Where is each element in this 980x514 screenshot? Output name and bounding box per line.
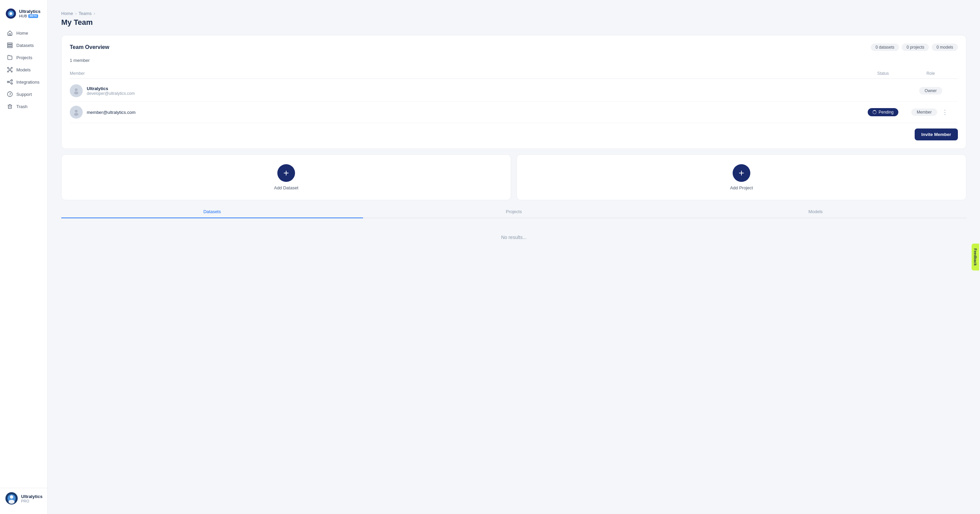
avatar [5, 492, 18, 504]
stat-projects: 0 projects [902, 43, 929, 51]
home-icon [7, 30, 13, 36]
svg-point-10 [8, 71, 9, 72]
svg-point-9 [11, 67, 13, 69]
add-project-card[interactable]: + Add Project [517, 154, 966, 200]
content-tabs: Datasets Projects Models [61, 206, 966, 218]
sidebar-item-projects-label: Projects [16, 55, 32, 60]
sidebar-item-models-label: Models [16, 67, 30, 72]
models-icon [7, 67, 13, 73]
svg-rect-23 [8, 105, 11, 108]
members-table-header: Member Status Role [70, 68, 958, 79]
member-avatar [70, 106, 83, 119]
member-count: 1 member [70, 58, 958, 63]
breadcrumb: Home › Teams › [61, 11, 966, 16]
logo: Ultralytics HUB BETA [0, 5, 47, 27]
col-role-label: Role [904, 71, 958, 76]
sidebar-item-models[interactable]: Models [3, 64, 45, 76]
role-badge-member: Member [911, 108, 937, 116]
nav-menu: Home Datasets Projects [0, 27, 47, 488]
integrations-icon [7, 79, 13, 85]
member-more-button[interactable]: ⋮ [940, 108, 950, 117]
datasets-icon [7, 42, 13, 48]
add-cards-row: + Add Dataset + Add Project [61, 154, 966, 200]
member-email: developer@ultralytics.com [87, 91, 135, 96]
member-name: Ultralytics [87, 86, 135, 91]
svg-line-20 [9, 82, 11, 83]
trash-icon [7, 103, 13, 109]
member-avatar [70, 84, 83, 97]
beta-badge: BETA [28, 14, 38, 18]
team-overview-card: Team Overview 0 datasets 0 projects 0 mo… [61, 35, 966, 149]
table-row: member@ultralytics.com Pending Member ⋮ [70, 102, 958, 123]
user-plan: PRO [21, 499, 43, 503]
svg-point-30 [10, 495, 13, 499]
role-badge: Owner [919, 87, 942, 95]
breadcrumb-teams[interactable]: Teams [79, 11, 92, 16]
svg-rect-6 [8, 47, 12, 48]
invite-member-button[interactable]: Invite Member [915, 128, 958, 140]
svg-point-2 [10, 12, 12, 15]
sidebar-item-projects[interactable]: Projects [3, 52, 45, 63]
svg-point-35 [74, 113, 79, 116]
svg-point-32 [75, 88, 78, 91]
no-results-text: No results... [61, 224, 966, 251]
logo-hub: HUB BETA [19, 14, 40, 18]
add-dataset-label: Add Dataset [274, 185, 298, 190]
svg-point-17 [11, 79, 13, 81]
user-name: Ultralytics [21, 494, 43, 499]
tab-projects[interactable]: Projects [363, 206, 665, 218]
add-dataset-icon: + [277, 164, 295, 182]
sidebar-item-integrations-label: Integrations [16, 79, 40, 85]
sidebar-item-support[interactable]: Support [3, 88, 45, 100]
table-row: Ultralytics developer@ultralytics.com Ow… [70, 80, 958, 102]
user-profile[interactable]: Ultralytics PRO [0, 488, 47, 509]
sidebar-item-home[interactable]: Home [3, 27, 45, 39]
svg-point-18 [11, 82, 13, 84]
svg-rect-3 [9, 34, 11, 35]
main-content: Home › Teams › My Team Team Overview 0 d… [48, 0, 980, 514]
stat-models: 0 models [932, 43, 958, 51]
svg-point-16 [7, 81, 9, 83]
member-email-2: member@ultralytics.com [87, 110, 135, 115]
logo-name: Ultralytics [19, 9, 40, 14]
support-icon [7, 91, 13, 97]
svg-point-31 [8, 500, 14, 504]
pending-spinner [872, 110, 877, 114]
svg-rect-4 [8, 43, 12, 44]
sidebar-item-datasets[interactable]: Datasets [3, 40, 45, 51]
sidebar-item-support-label: Support [16, 92, 32, 97]
svg-point-34 [75, 110, 78, 113]
add-dataset-card[interactable]: + Add Dataset [61, 154, 511, 200]
projects-icon [7, 54, 13, 60]
page-title: My Team [61, 18, 966, 27]
breadcrumb-home[interactable]: Home [61, 11, 73, 16]
sidebar-item-home-label: Home [16, 30, 28, 36]
col-status-label: Status [862, 71, 904, 76]
col-member-label: Member [70, 71, 862, 76]
sidebar-item-datasets-label: Datasets [16, 43, 34, 48]
stat-datasets: 0 datasets [871, 43, 899, 51]
ultralytics-logo-icon [5, 8, 16, 19]
sidebar-item-trash-label: Trash [16, 104, 27, 109]
pending-badge: Pending [868, 108, 898, 116]
svg-point-11 [11, 71, 13, 72]
team-overview-title: Team Overview [70, 44, 109, 50]
sidebar-item-trash[interactable]: Trash [3, 101, 45, 112]
tab-models[interactable]: Models [665, 206, 966, 218]
feedback-button[interactable]: Feedback [972, 244, 979, 271]
svg-point-22 [10, 95, 10, 95]
sidebar: Ultralytics HUB BETA Home Datasets [0, 0, 48, 514]
stats-badges: 0 datasets 0 projects 0 models [871, 43, 958, 51]
add-project-label: Add Project [730, 185, 753, 190]
add-project-icon: + [733, 164, 750, 182]
member-pending-status: Pending [862, 108, 904, 116]
tab-datasets[interactable]: Datasets [61, 206, 363, 218]
svg-point-21 [8, 92, 12, 97]
svg-rect-5 [8, 44, 12, 46]
sidebar-item-integrations[interactable]: Integrations [3, 76, 45, 88]
svg-point-8 [8, 67, 9, 69]
svg-point-33 [74, 92, 79, 94]
svg-line-19 [9, 81, 11, 82]
